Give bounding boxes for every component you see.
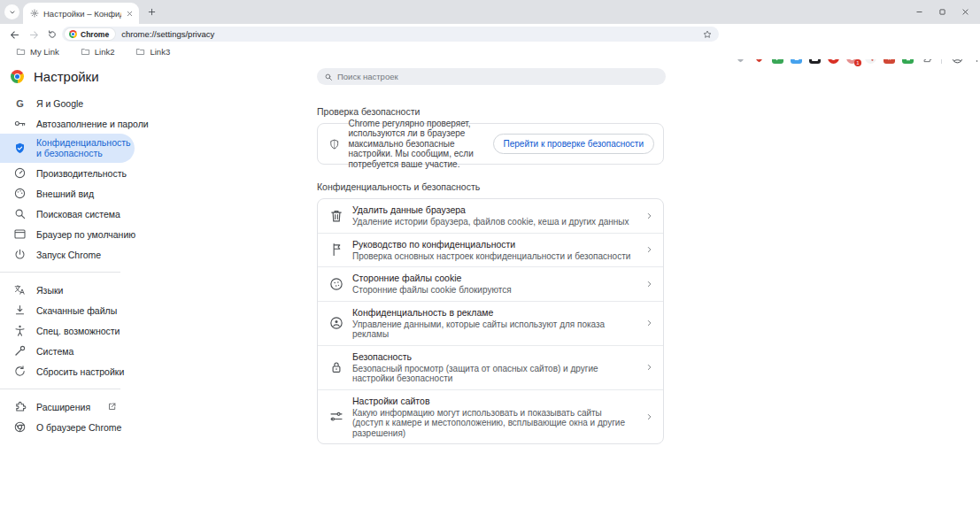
row-security[interactable]: Безопасность Безопасный просмотр (защита…	[318, 345, 663, 389]
row-subtitle: Какую информацию могут использовать и по…	[352, 408, 633, 439]
chrome-logo-icon	[69, 30, 77, 38]
main-content: Проверка безопасности Chrome регулярно п…	[317, 93, 664, 444]
row-privacy-guide[interactable]: Руководство по конфиденциальности Провер…	[318, 233, 663, 267]
row-site-settings[interactable]: Настройки сайтов Какую информацию могут …	[318, 389, 663, 444]
row-subtitle: Удаление истории браузера, файлов cookie…	[352, 217, 633, 227]
trash-icon	[328, 208, 344, 224]
chrome-icon	[13, 420, 27, 434]
sliders-icon	[328, 409, 344, 425]
sidebar-item-reset[interactable]: Сбросить настройки	[0, 361, 135, 381]
accessibility-icon	[13, 324, 27, 337]
external-link-icon	[107, 402, 117, 412]
safety-check-card: Chrome регулярно проверяет, используются…	[317, 123, 664, 165]
bookmark-folder-link2[interactable]: Link2	[81, 47, 115, 57]
download-icon	[13, 304, 27, 317]
wrench-icon	[13, 344, 27, 358]
tab-strip: Настройки – Конфиденциальн	[0, 0, 980, 24]
sidebar-item-about-chrome[interactable]: О браузере Chrome	[0, 417, 135, 437]
privacy-settings-list: Удалить данные браузера Удаление истории…	[317, 198, 664, 444]
sidebar-item-accessibility[interactable]: Спец. возможности	[0, 320, 135, 341]
chevron-right-icon	[644, 245, 654, 255]
omnibox[interactable]: Chrome chrome://settings/privacy	[62, 27, 719, 42]
back-arrow-icon	[9, 29, 20, 41]
sidebar-item-autofill[interactable]: Автозаполнение и пароли	[0, 113, 135, 134]
chevron-right-icon	[644, 279, 654, 289]
row-subtitle: Управление данными, которые сайты исполь…	[352, 319, 633, 340]
row-title: Удалить данные браузера	[352, 204, 633, 216]
speedometer-icon	[13, 166, 27, 180]
maximize-button[interactable]	[930, 0, 953, 24]
chip-label: Chrome	[81, 30, 109, 39]
sidebar: G Я и Google Автозаполнение и пароли Кон…	[0, 93, 135, 437]
close-icon	[961, 8, 969, 16]
sidebar-item-me-and-google[interactable]: G Я и Google	[0, 93, 135, 113]
settings-search[interactable]	[317, 68, 666, 85]
url-text[interactable]: chrome://settings/privacy	[121, 29, 702, 39]
folder-icon	[81, 47, 90, 57]
row-subtitle: Безопасный просмотр (защита от опасных с…	[352, 364, 633, 384]
safety-check-text: Chrome регулярно проверяет, используются…	[348, 119, 484, 170]
magnifier-icon	[13, 207, 27, 220]
sidebar-item-languages[interactable]: Языки	[0, 280, 135, 300]
toolbar: Chrome chrome://settings/privacy 1	[0, 24, 980, 44]
bookmark-label: My Link	[30, 47, 59, 57]
sidebar-item-startup[interactable]: Запуск Chrome	[0, 244, 135, 265]
tab-close-icon[interactable]	[126, 10, 134, 18]
sidebar-item-extensions[interactable]: Расширения	[0, 396, 135, 417]
sidebar-item-appearance[interactable]: Внешний вид	[0, 183, 135, 204]
bookmark-folder-link3[interactable]: Link3	[135, 47, 170, 57]
folder-icon	[135, 47, 145, 57]
power-icon	[13, 248, 27, 261]
page-title: Настройки	[34, 69, 99, 84]
close-window-button[interactable]	[953, 0, 976, 24]
minimize-button[interactable]	[907, 0, 930, 24]
shield-icon	[13, 142, 27, 155]
row-title: Сторонние файлы cookie	[352, 273, 633, 284]
row-clear-browsing-data[interactable]: Удалить данные браузера Удаление истории…	[318, 199, 663, 233]
chevron-right-icon	[644, 319, 654, 328]
extension-badge: 1	[854, 59, 861, 66]
privacy-section-label: Конфиденциальность и безопасность	[317, 181, 664, 192]
google-g-icon: G	[13, 96, 27, 110]
maximize-icon	[938, 8, 946, 16]
sidebar-divider	[0, 272, 120, 273]
reload-icon	[47, 29, 58, 40]
forward-button[interactable]	[27, 27, 41, 42]
active-tab[interactable]: Настройки – Конфиденциальн	[23, 3, 139, 24]
reset-icon	[13, 365, 27, 378]
tab-title: Настройки – Конфиденциальн	[43, 9, 121, 19]
row-title: Руководство по конфиденциальности	[352, 239, 633, 250]
row-subtitle: Проверка основных настроек конфиденциаль…	[352, 251, 633, 262]
bookmark-label: Link2	[95, 47, 115, 57]
tab-search-button[interactable]	[4, 4, 19, 19]
reload-button[interactable]	[45, 27, 59, 42]
bookmark-folder-my-link[interactable]: My Link	[16, 47, 59, 57]
browser-window-icon	[13, 227, 27, 241]
lock-icon	[328, 359, 344, 375]
sidebar-item-system[interactable]: Система	[0, 341, 135, 361]
search-input[interactable]	[337, 72, 659, 81]
row-ad-privacy[interactable]: Конфиденциальность в рекламе Управление …	[318, 301, 663, 345]
row-title: Конфиденциальность в рекламе	[352, 307, 633, 319]
plus-icon	[147, 7, 157, 17]
sidebar-item-downloads[interactable]: Скачанные файлы	[0, 300, 135, 320]
sidebar-item-privacy[interactable]: Конфиденциальность и безопасность	[0, 134, 135, 163]
appearance-icon	[13, 187, 27, 200]
row-third-party-cookies[interactable]: Сторонние файлы cookie Сторонние файлы c…	[318, 266, 663, 301]
sidebar-item-search-engine[interactable]: Поисковая система	[0, 204, 135, 224]
back-button[interactable]	[7, 27, 21, 42]
site-chip[interactable]: Chrome	[65, 28, 115, 40]
chevron-right-icon	[644, 211, 654, 220]
bookmark-label: Link3	[150, 47, 170, 57]
shield-icon	[328, 136, 340, 152]
cookie-icon	[328, 276, 344, 292]
bookmarks-bar: My Link Link2 Link3	[0, 44, 980, 59]
row-subtitle: Сторонние файлы cookie блокируются	[352, 285, 633, 296]
sidebar-item-performance[interactable]: Производительность	[0, 163, 135, 183]
sidebar-item-default-browser[interactable]: Браузер по умолчанию	[0, 224, 135, 244]
signpost-icon	[328, 242, 344, 258]
bookmark-star-icon[interactable]	[702, 29, 713, 40]
new-tab-button[interactable]	[144, 4, 159, 19]
safety-check-button[interactable]: Перейти к проверке безопасности	[493, 134, 654, 154]
forward-arrow-icon	[28, 29, 40, 41]
